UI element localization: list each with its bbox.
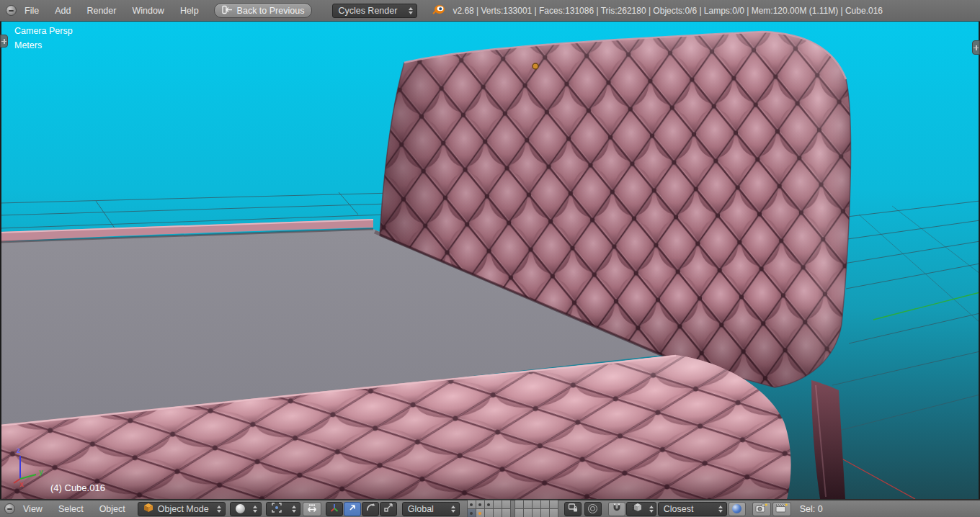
menu-render[interactable]: Render: [79, 6, 124, 16]
manipulate-center-points-toggle[interactable]: [303, 502, 321, 516]
lock-icon: [568, 503, 578, 515]
snap-align-rotation-button[interactable]: [729, 502, 746, 516]
axis-x-label: x: [19, 480, 24, 488]
opengl-render-animation-button[interactable]: [772, 502, 791, 516]
viewport-left-border: [0, 22, 1, 499]
layer-cell[interactable]: [502, 509, 510, 517]
viewport-header: View Select Object Object Mode: [0, 499, 980, 517]
snap-align-icon: [732, 504, 741, 513]
layer-cell[interactable]: [515, 500, 523, 508]
stepper-arrows-icon: [214, 505, 221, 513]
translate-icon: [347, 503, 357, 515]
active-object-overlay: (4) Cube.016: [50, 482, 105, 493]
stepper-arrows-icon: [406, 7, 413, 14]
pivot-point-select[interactable]: [266, 502, 300, 516]
rotate-icon: [365, 503, 375, 515]
manipulator-axes-icon: [329, 503, 339, 515]
blender-logo-icon: [432, 4, 445, 17]
stepper-arrows-icon: [716, 505, 723, 513]
layer-cell[interactable]: [524, 509, 532, 517]
axis-z-label: z: [17, 446, 20, 454]
scene-statistics: v2.68 | Verts:133001 | Faces:131086 | Tr…: [453, 6, 883, 16]
translate-manipulator-button[interactable]: [344, 502, 361, 516]
scale-icon: [383, 503, 393, 515]
proportional-editing-button[interactable]: [584, 502, 602, 516]
menu-add[interactable]: Add: [47, 6, 79, 16]
snap-group: [608, 502, 656, 516]
menu-view[interactable]: View: [15, 504, 50, 514]
layer-cell[interactable]: [533, 509, 540, 517]
layer-cell[interactable]: [502, 500, 510, 508]
rotate-manipulator-button[interactable]: [362, 502, 379, 516]
proportional-icon: [588, 504, 597, 513]
layer-cell[interactable]: [476, 500, 484, 508]
scale-manipulator-button[interactable]: [380, 502, 397, 516]
layer-cell[interactable]: [494, 509, 502, 517]
stepper-arrows-icon: [289, 505, 296, 513]
layer-cell[interactable]: [550, 509, 558, 517]
layer-cell[interactable]: [468, 509, 476, 517]
render-engine-value: Cycles Render: [338, 6, 397, 16]
snap-toggle-button[interactable]: [608, 502, 625, 516]
back-button-label: Back to Previous: [237, 6, 305, 16]
sphere-icon: [236, 504, 245, 513]
manipulator-toggle[interactable]: [326, 502, 343, 516]
menu-file[interactable]: File: [17, 6, 47, 16]
mode-select[interactable]: Object Mode: [138, 502, 226, 516]
layer-cell[interactable]: [524, 500, 532, 508]
layers-widget: [467, 500, 558, 517]
layer-group-2[interactable]: [514, 500, 558, 517]
cube-icon: [143, 503, 153, 515]
viewport-scene: [0, 22, 980, 499]
layer-cell[interactable]: [515, 509, 523, 517]
layer-cell[interactable]: [550, 500, 558, 508]
menu-select[interactable]: Select: [50, 504, 92, 514]
snap-element-select[interactable]: [626, 502, 656, 516]
stepper-arrows-icon: [646, 505, 654, 513]
layer-cell[interactable]: [468, 500, 476, 508]
3d-viewport[interactable]: Camera Persp Meters (4) Cube.016 z y x: [0, 22, 980, 499]
render-engine-select[interactable]: Cycles Render: [332, 4, 417, 18]
back-arrow-icon: [222, 5, 233, 17]
editor-type-icon[interactable]: [4, 503, 15, 514]
layer-cell[interactable]: [485, 500, 493, 508]
object-origin-dot: [533, 63, 538, 69]
layer-cell[interactable]: [494, 500, 502, 508]
layer-cell[interactable]: [541, 509, 549, 517]
area-split-handle-right[interactable]: [972, 40, 980, 55]
view-name-overlay: Camera Persp: [14, 26, 73, 36]
info-header: File Add Render Window Help Back to Prev…: [0, 0, 980, 22]
snap-target-select[interactable]: Closest: [658, 502, 727, 516]
back-to-previous-button[interactable]: Back to Previous: [214, 3, 313, 18]
pivot-icon: [272, 503, 282, 515]
center-points-icon: [307, 503, 317, 515]
viewport-shading-select[interactable]: [230, 502, 262, 516]
stepper-arrows-icon: [448, 505, 455, 513]
mode-value: Object Mode: [158, 504, 209, 514]
snap-target-value: Closest: [664, 504, 694, 514]
editor-type-icon[interactable]: [6, 5, 17, 16]
menu-window[interactable]: Window: [124, 6, 172, 16]
magnet-icon: [612, 503, 622, 515]
transform-orientation-select[interactable]: Global: [402, 502, 460, 516]
layer-cell[interactable]: [485, 509, 493, 517]
selection-info: Sel: 0: [800, 504, 823, 514]
snap-element-icon: [632, 503, 642, 515]
layer-group-1[interactable]: [467, 500, 511, 517]
axis-y-label: y: [39, 467, 43, 476]
manipulator-toggle-group: [326, 502, 397, 516]
area-split-handle-left[interactable]: [0, 35, 8, 48]
menu-help[interactable]: Help: [172, 6, 207, 16]
lock-to-scene-button[interactable]: [564, 502, 582, 516]
layer-cell[interactable]: [533, 500, 540, 508]
layer-cell[interactable]: [541, 500, 549, 508]
opengl-camera-icon: [755, 503, 767, 515]
layer-cell[interactable]: [476, 509, 484, 517]
menu-object[interactable]: Object: [92, 504, 133, 514]
orientation-value: Global: [408, 504, 434, 514]
opengl-clapper-icon: [775, 503, 788, 515]
stepper-arrows-icon: [250, 505, 257, 513]
opengl-render-button[interactable]: [752, 502, 771, 516]
units-overlay: Meters: [14, 40, 42, 50]
